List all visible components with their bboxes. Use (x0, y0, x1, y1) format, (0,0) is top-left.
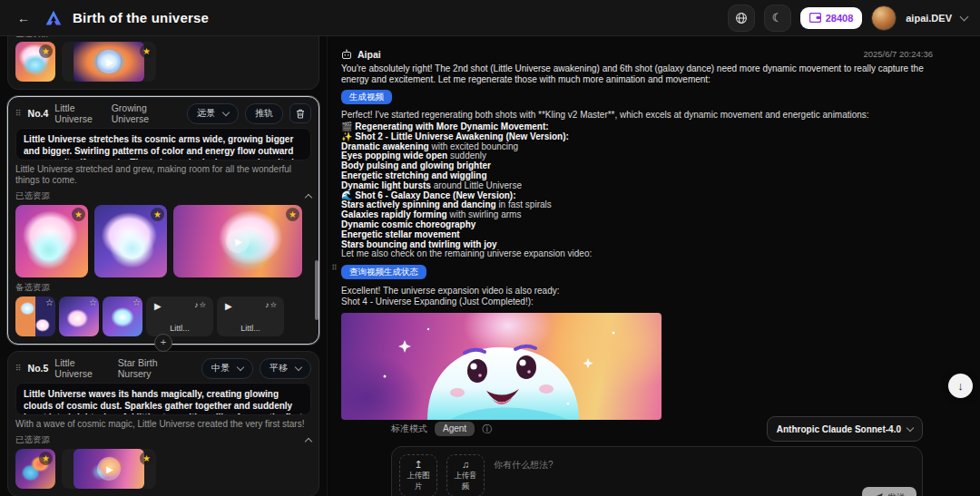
selected-resources-section: 已选资源 (15, 190, 311, 201)
video-thumbnail-wrap[interactable]: ▶ ★ (62, 42, 156, 82)
assistant-message: Aipai 2025/6/7 20:24:36 You're absolutel… (328, 36, 980, 420)
image-thumbnail[interactable]: ☆ (15, 297, 55, 336)
chevron-down-icon (906, 423, 914, 431)
moon-icon: ☾ (772, 11, 783, 24)
chevron-down-icon[interactable] (960, 12, 969, 21)
shot-description-textarea[interactable]: Little Universe stretches its cosmic arm… (15, 128, 311, 160)
message-paragraph: Excellent! The universe expansion video … (341, 286, 933, 297)
image-thumbnail[interactable]: ★ (15, 205, 88, 277)
shot-type-select[interactable]: 远景 (187, 103, 239, 124)
send-button[interactable]: 发送 (862, 487, 916, 496)
upload-audio-label: 上传音频 (453, 471, 478, 492)
upload-image-button[interactable]: ↥ 上传图片 (399, 454, 437, 496)
message-timestamp: 2025/6/7 20:24:36 (863, 49, 933, 59)
shot-type-select[interactable]: 中景 (201, 358, 253, 379)
topbar-actions: ☾ 28408 aipai.DEV (728, 5, 967, 32)
video-thumbnail-wrap[interactable]: ▶ ★ (62, 449, 156, 489)
star-outline-icon[interactable]: ☆ (45, 297, 54, 307)
video-thumbnail[interactable]: ▶ (74, 449, 144, 489)
alt-video-item[interactable]: ▶ ♪☆ Littl... (146, 297, 213, 336)
wallet-icon (809, 13, 821, 23)
info-icon[interactable]: ⓘ (482, 423, 492, 436)
chat-line: Let me also check on the remaining unive… (341, 249, 933, 259)
shot-scene: Star Birth Nursery (118, 357, 189, 379)
image-thumbnail[interactable]: ★ (94, 205, 167, 277)
chevron-up-icon[interactable] (305, 437, 312, 444)
shot-card-header: ⠿ No.4 Little Universe Growing Universe … (15, 104, 311, 122)
alt-resources-label: 备选资源 (15, 282, 50, 294)
alt-video-item[interactable]: ▶ ♪☆ Littl... (217, 297, 284, 336)
play-icon: ▶ (225, 301, 232, 311)
send-label: 发送 (887, 491, 906, 496)
send-icon (873, 493, 883, 496)
shot-summary: Little Universe stretched and grew, maki… (15, 164, 311, 186)
play-overlay: ▶ (173, 205, 302, 277)
panel-scrollbar-thumb[interactable] (315, 260, 318, 320)
star-icon[interactable]: ★ (151, 208, 164, 221)
camera-move-select[interactable]: 平移 (260, 358, 311, 379)
selected-resources-section: 已选资源 (15, 434, 311, 445)
theme-toggle-button[interactable]: ☾ (764, 5, 791, 32)
star-icon[interactable]: ★ (39, 44, 53, 58)
chat-input[interactable]: ↥ 上传图片 ♫ 上传音频 你有什么想法? 发送 (391, 446, 923, 496)
input-placeholder: 你有什么想法? (494, 454, 554, 472)
trash-icon (296, 109, 305, 119)
image-thumbnail[interactable]: ★ (15, 449, 55, 489)
star-icon[interactable]: ★ (72, 208, 85, 221)
agent-mode-toggle[interactable]: Agent (435, 422, 475, 436)
upload-audio-button[interactable]: ♫ 上传音频 (446, 454, 485, 496)
camera-move-select[interactable]: 推轨 (245, 103, 283, 124)
star-icon[interactable]: ★ (140, 452, 153, 465)
generated-shot-image[interactable] (341, 313, 662, 420)
chevron-up-icon[interactable] (305, 193, 312, 200)
camera-move-value: 平移 (270, 362, 288, 374)
shot-type-value: 远景 (197, 107, 215, 120)
chat-panel: Aipai 2025/6/7 20:24:36 You're absolutel… (327, 36, 980, 496)
generate-video-badge[interactable]: 生成视频 (341, 90, 392, 104)
image-thumbnail[interactable]: ☆ (103, 297, 142, 336)
video-thumbnail[interactable]: ▶ ★ (173, 205, 302, 277)
drag-handle-icon[interactable]: ⠿ (15, 364, 22, 373)
video-thumbnail[interactable]: ▶ (74, 42, 144, 82)
model-name: Anthropic Claude Sonnet-4.0 (777, 424, 901, 434)
avatar[interactable] (871, 5, 897, 31)
selected-resources-label: 已选资源 (15, 190, 50, 202)
play-icon: ▶ (97, 50, 121, 73)
shot-number: No.5 (28, 363, 49, 374)
back-icon: ← (17, 11, 30, 25)
message-paragraph: You're absolutely right! The 2nd shot (L… (341, 63, 933, 84)
credits-pill[interactable]: 28408 (800, 7, 863, 29)
account-name[interactable]: aipai.DEV (906, 13, 952, 24)
selected-thumbnails-row: ★ ▶ ★ (15, 449, 311, 489)
shot-card-no4[interactable]: ⠿ No.4 Little Universe Growing Universe … (7, 96, 319, 345)
scroll-to-bottom-button[interactable]: ↓ (948, 374, 973, 398)
message-header: Aipai 2025/6/7 20:24:36 (341, 48, 933, 60)
robot-icon (341, 49, 352, 60)
image-thumbnail[interactable]: ★ (15, 42, 55, 82)
star-icon[interactable]: ★ (286, 208, 299, 221)
back-button[interactable]: ← (13, 7, 34, 29)
shot-number: No.4 (28, 108, 49, 119)
star-outline-icon[interactable]: ☆ (89, 297, 97, 307)
standard-mode-toggle[interactable]: 标准模式 (391, 423, 427, 435)
play-icon: ▶ (97, 457, 121, 481)
image-thumbnail[interactable]: ☆ (59, 297, 99, 336)
star-outline-icon[interactable]: ☆ (132, 297, 141, 307)
delete-shot-button[interactable] (289, 103, 311, 123)
composer: 标准模式 Agent ⓘ Anthropic Claude Sonnet-4.0… (391, 418, 923, 496)
drag-handle-icon[interactable]: ⠿ (15, 109, 22, 118)
star-icon[interactable]: ★ (39, 452, 53, 465)
page-title: Birth of the universe (73, 10, 209, 25)
star-icon[interactable]: ★ (140, 44, 153, 58)
upload-image-label: 上传图片 (406, 471, 431, 492)
sender-name: Aipai (358, 49, 381, 60)
panel-resize-handle[interactable]: ⠿ (330, 261, 338, 275)
shot-description-textarea[interactable]: Little Universe waves its hands magicall… (15, 383, 311, 415)
down-arrow-icon: ↓ (957, 379, 964, 393)
model-selector[interactable]: Anthropic Claude Sonnet-4.0 (767, 416, 923, 442)
alt-video-title: Littl... (217, 324, 284, 333)
language-button[interactable] (728, 5, 755, 32)
shot-card-no5[interactable]: ⠿ No.5 Little Universe Star Birth Nurser… (7, 351, 319, 496)
query-video-status-badge[interactable]: 查询视频生成状态 (341, 265, 426, 279)
add-shot-button[interactable]: + (154, 334, 172, 352)
